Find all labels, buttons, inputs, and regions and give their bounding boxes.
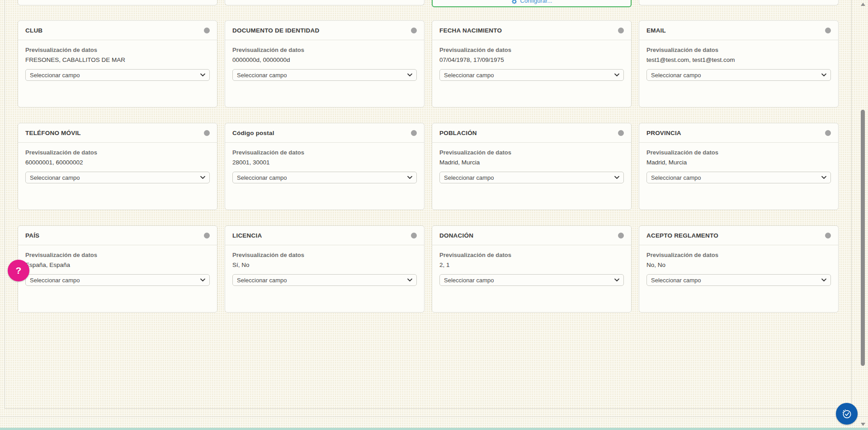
field-select-wrap: Seleccionar campo <box>232 69 417 81</box>
field-select-wrap: Seleccionar campo <box>25 274 210 286</box>
configure-label[interactable]: Configurar... <box>520 0 552 5</box>
field-card-body: Previsualización de datos Sí, No Selecci… <box>225 245 424 286</box>
field-select-wrap: Seleccionar campo <box>646 274 831 286</box>
configure-link[interactable]: Configurar... <box>433 0 631 5</box>
field-select[interactable]: Seleccionar campo <box>232 274 417 286</box>
field-card-body: Previsualización de datos No, No Selecci… <box>639 245 838 286</box>
field-card-header: FECHA NACIMIENTO <box>432 21 631 40</box>
field-card-body: Previsualización de datos 2, 1 Seleccion… <box>432 245 631 286</box>
field-select[interactable]: Seleccionar campo <box>646 69 831 81</box>
field-select[interactable]: Seleccionar campo <box>25 172 210 183</box>
status-dot-icon <box>825 28 831 33</box>
preview-label: Previsualización de datos <box>439 252 624 258</box>
bottom-edge-strip <box>0 428 868 430</box>
scrollbar-down-arrow[interactable] <box>861 423 865 426</box>
preview-data: 07/04/1978, 17/09/1975 <box>439 56 624 63</box>
field-select[interactable]: Seleccionar campo <box>232 172 417 183</box>
field-card-body: Previsualización de datos 0000000d, 0000… <box>225 40 424 81</box>
field-card-title: EMAIL <box>646 27 666 34</box>
field-select[interactable]: Seleccionar campo <box>25 69 210 81</box>
field-card-body: Previsualización de datos España, España… <box>18 245 217 286</box>
scrollbar-thumb[interactable] <box>861 110 865 366</box>
field-select[interactable]: Seleccionar campo <box>439 274 624 286</box>
field-select-wrap: Seleccionar campo <box>232 274 417 286</box>
status-dot-icon <box>618 28 624 33</box>
preview-data: 0000000d, 0000000d <box>232 56 417 63</box>
field-card-title: POBLACIÓN <box>439 130 477 136</box>
field-card-header: LICENCIA <box>225 226 424 245</box>
field-card-body: Previsualización de datos FRESONES, CABA… <box>18 40 217 81</box>
field-select-wrap: Seleccionar campo <box>25 69 210 81</box>
field-card: LICENCIA Previsualización de datos Sí, N… <box>225 225 425 313</box>
field-card: FECHA NACIMIENTO Previsualización de dat… <box>432 20 632 108</box>
field-select-wrap: Seleccionar campo <box>232 172 417 183</box>
field-card-partial <box>18 0 217 5</box>
field-card-partial-highlighted: Configurar... <box>432 0 632 7</box>
field-card-title: FECHA NACIMIENTO <box>439 27 502 34</box>
field-card: DOCUMENTO DE IDENTIDAD Previsualización … <box>225 20 425 108</box>
field-card: EMAIL Previsualización de datos test1@te… <box>639 20 839 108</box>
field-select[interactable]: Seleccionar campo <box>439 172 624 183</box>
preview-label: Previsualización de datos <box>439 47 624 53</box>
field-card: Código postal Previsualización de datos … <box>225 123 425 210</box>
field-select-wrap: Seleccionar campo <box>439 274 624 286</box>
field-card-title: Código postal <box>232 130 274 136</box>
help-button[interactable]: ? <box>8 260 29 281</box>
status-dot-icon <box>618 130 624 136</box>
field-card-title: CLUB <box>25 27 42 34</box>
status-dot-icon <box>618 233 624 238</box>
field-select-wrap: Seleccionar campo <box>439 172 624 183</box>
field-card-header: Código postal <box>225 123 424 143</box>
preview-label: Previsualización de datos <box>232 252 417 258</box>
preview-label: Previsualización de datos <box>25 47 210 53</box>
preview-data: Madrid, Murcia <box>646 159 831 166</box>
field-select-wrap: Seleccionar campo <box>646 69 831 81</box>
preview-data: Madrid, Murcia <box>439 159 624 166</box>
field-card-title: DONACIÓN <box>439 232 473 239</box>
activity-button[interactable] <box>836 403 858 425</box>
scrollbar-up-arrow[interactable] <box>861 3 865 6</box>
field-card-body: Previsualización de datos 28001, 30001 S… <box>225 143 424 183</box>
field-select-wrap: Seleccionar campo <box>25 172 210 183</box>
field-card-title: PROVINCIA <box>646 130 681 136</box>
field-card-body: Previsualización de datos 60000001, 6000… <box>18 143 217 183</box>
field-card-header: DOCUMENTO DE IDENTIDAD <box>225 21 424 40</box>
field-select[interactable]: Seleccionar campo <box>646 172 831 183</box>
field-card-body: Previsualización de datos Madrid, Murcia… <box>639 143 838 183</box>
field-select-wrap: Seleccionar campo <box>646 172 831 183</box>
previous-cards-row: Configurar... <box>18 0 839 7</box>
mapping-panel: Configurar... CLUB Previsualización de d… <box>5 0 852 409</box>
preview-data: España, España <box>25 262 210 268</box>
import-field-mapping-page: Configurar... CLUB Previsualización de d… <box>0 0 868 430</box>
preview-data: Sí, No <box>232 262 417 268</box>
field-card-body: Previsualización de datos 07/04/1978, 17… <box>432 40 631 81</box>
field-card-title: ACEPTO REGLAMENTO <box>646 232 718 239</box>
field-select-wrap: Seleccionar campo <box>439 69 624 81</box>
field-cards-grid: CLUB Previsualización de datos FRESONES,… <box>18 20 839 313</box>
status-dot-icon <box>411 233 417 238</box>
preview-data: No, No <box>646 262 831 268</box>
field-card: DONACIÓN Previsualización de datos 2, 1 … <box>432 225 632 313</box>
field-card: PROVINCIA Previsualización de datos Madr… <box>639 123 839 210</box>
field-card-header: PAÍS <box>18 226 217 245</box>
footer-divider <box>0 416 868 417</box>
preview-data: test1@test.com, test1@test.com <box>646 56 831 63</box>
field-card: PAÍS Previsualización de datos España, E… <box>18 225 217 313</box>
preview-label: Previsualización de datos <box>232 149 417 156</box>
field-select[interactable]: Seleccionar campo <box>646 274 831 286</box>
status-dot-icon <box>825 233 831 238</box>
preview-data: FRESONES, CABALLITOS DE MAR <box>25 56 210 63</box>
field-card-title: PAÍS <box>25 232 39 239</box>
field-card-header: TELÉFONO MÓVIL <box>18 123 217 143</box>
field-card-header: PROVINCIA <box>639 123 838 143</box>
field-select[interactable]: Seleccionar campo <box>439 69 624 81</box>
field-card-header: CLUB <box>18 21 217 40</box>
preview-label: Previsualización de datos <box>232 47 417 53</box>
preview-label: Previsualización de datos <box>25 252 210 258</box>
preview-data: 2, 1 <box>439 262 624 268</box>
field-select[interactable]: Seleccionar campo <box>25 274 210 286</box>
field-card-title: TELÉFONO MÓVIL <box>25 130 81 136</box>
field-card-body: Previsualización de datos Madrid, Murcia… <box>432 143 631 183</box>
status-dot-icon <box>204 28 210 33</box>
field-select[interactable]: Seleccionar campo <box>232 69 417 81</box>
